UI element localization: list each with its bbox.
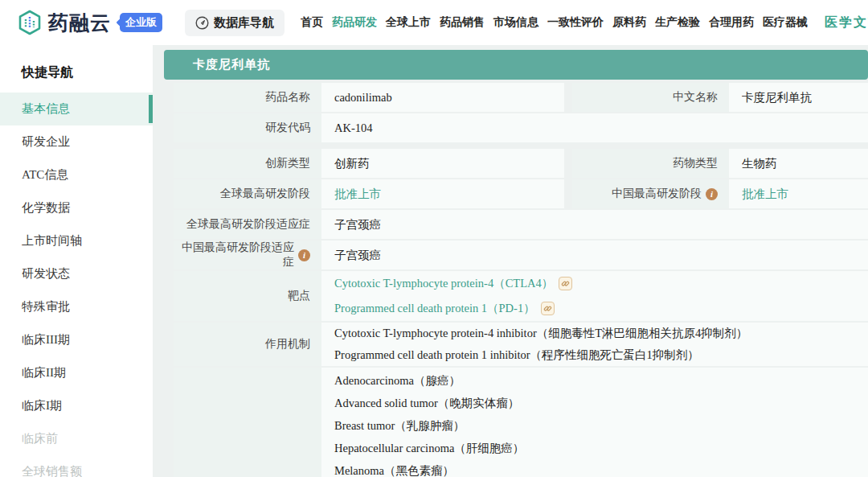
- nav-item-consistency-eval[interactable]: 一致性评价: [547, 15, 604, 30]
- sidebar-title: 快捷导航: [0, 55, 153, 93]
- external-link-icon[interactable]: [559, 277, 572, 290]
- nav-item-production-inspection[interactable]: 生产检验: [655, 15, 700, 30]
- sidebar-item-clinical-phase1[interactable]: 临床I期: [0, 389, 153, 422]
- indication-line: Melanoma（黑色素瘤）: [334, 459, 868, 477]
- field-label: 作用机制: [174, 323, 321, 366]
- nav-item-medical-devices[interactable]: 医疗器械: [763, 15, 808, 30]
- nav-item-api[interactable]: 原料药: [612, 15, 646, 30]
- indication-line: Advanced solid tumor（晚期实体瘤）: [334, 392, 868, 414]
- innovation-type-value: 创新药: [321, 149, 564, 178]
- table-row: 药品名称 cadonilimab 中文名称 卡度尼利单抗: [174, 83, 868, 112]
- column-gap: [564, 83, 572, 112]
- main-content: 卡度尼利单抗 药品名称 cadonilimab 中文名称 卡度尼利单抗 研发代码…: [153, 45, 868, 477]
- nav-item-drug-rd[interactable]: 药品研发: [332, 15, 377, 30]
- rd-code-value: AK-104: [321, 113, 868, 142]
- drug-type-value: 生物药: [729, 149, 868, 178]
- indication-line: Breast tumor（乳腺肿瘤）: [334, 414, 868, 437]
- sidebar-item-clinical-phase3[interactable]: 临床III期: [0, 323, 153, 356]
- column-gap: [564, 149, 572, 178]
- mechanism-line: Cytotoxic T-lymphocyte protein-4 inhibit…: [334, 323, 868, 344]
- brand-logo[interactable]: 药融云 企业版: [18, 10, 162, 36]
- indication-line: Hepatocellular carcinoma（肝细胞癌）: [334, 437, 868, 459]
- sidebar-item-launch-timeline[interactable]: 上市时间轴: [0, 224, 153, 257]
- china-indication-value: 子宫颈癌: [321, 241, 868, 269]
- field-label: 中文名称: [572, 83, 729, 112]
- sidebar-item-global-sales[interactable]: 全球销售额: [0, 455, 153, 477]
- sidebar-item-rd-status[interactable]: 研发状态: [0, 257, 153, 290]
- table-row: 创新类型 创新药 药物类型 生物药: [174, 149, 868, 178]
- info-icon[interactable]: i: [298, 249, 310, 261]
- field-label: 全球最高研发阶段: [174, 179, 321, 208]
- target-link-ctla4[interactable]: Cytotoxic T-lymphocyte protein-4（CTLA4）: [334, 276, 553, 291]
- field-label: 中国最高研发阶段 i: [572, 179, 729, 208]
- compass-icon: [195, 16, 209, 30]
- nav-item-rational-use[interactable]: 合理用药: [709, 15, 754, 30]
- column-gap: [564, 179, 572, 208]
- field-label: 创新类型: [174, 149, 321, 178]
- mechanism-value: Cytotoxic T-lymphocyte protein-4 inhibit…: [321, 323, 868, 366]
- table-row: Adenocarcinoma（腺癌） Advanced solid tumor（…: [174, 368, 868, 477]
- nav-item-global-launch[interactable]: 全球上市: [386, 15, 431, 30]
- field-label-text: 中国最高研发阶段: [612, 187, 702, 201]
- field-label: 中国最高研发阶段适应症 i: [174, 241, 321, 269]
- page-body: 快捷导航 基本信息 研发企业 ATC信息 化学数据 上市时间轴 研发状态 特殊审…: [0, 45, 868, 477]
- brand-name: 药融云: [48, 10, 111, 36]
- quick-nav-sidebar: 快捷导航 基本信息 研发企业 ATC信息 化学数据 上市时间轴 研发状态 特殊审…: [0, 45, 153, 477]
- hexagon-chart-logo-icon: [18, 10, 42, 35]
- table-row: 靶点 Cytotoxic T-lymphocyte protein-4（CTLA…: [174, 271, 868, 321]
- indications-value: Adenocarcinoma（腺癌） Advanced solid tumor（…: [321, 368, 868, 477]
- nav-item-drug-sales[interactable]: 药品销售: [440, 15, 485, 30]
- global-indication-value: 子宫颈癌: [321, 210, 868, 239]
- table-row: 全球最高研发阶段适应症 子宫颈癌: [174, 210, 868, 239]
- field-label: 靶点: [174, 271, 321, 321]
- china-stage-link[interactable]: 批准上市: [742, 187, 788, 202]
- main-nav: 首页 药品研发 全球上市 药品销售 市场信息 一致性评价 原料药 生产检验 合理…: [301, 14, 868, 31]
- field-label: 药物类型: [572, 149, 729, 178]
- medical-literature-search-link[interactable]: 医学文献检索: [825, 14, 868, 31]
- global-stage-link[interactable]: 批准上市: [334, 187, 381, 202]
- drug-name-value: cadonilimab: [321, 83, 564, 112]
- targets-value: Cytotoxic T-lymphocyte protein-4（CTLA4） …: [321, 271, 868, 321]
- database-nav-button[interactable]: 数据库导航: [185, 10, 285, 36]
- database-nav-label: 数据库导航: [214, 15, 274, 31]
- field-label-text: 中国最高研发阶段适应症: [174, 241, 294, 269]
- indication-line: Adenocarcinoma（腺癌）: [334, 369, 868, 392]
- nav-item-home[interactable]: 首页: [301, 15, 323, 30]
- external-link-icon[interactable]: [541, 302, 555, 315]
- topbar: 药融云 企业版 数据库导航 首页 药品研发 全球上市 药品销售 市场信息 一致性…: [0, 0, 868, 45]
- sidebar-item-special-approval[interactable]: 特殊审批: [0, 290, 153, 323]
- field-label: [174, 368, 321, 477]
- nav-item-market-info[interactable]: 市场信息: [493, 15, 538, 30]
- info-icon[interactable]: i: [706, 188, 718, 200]
- sidebar-item-chemical-data[interactable]: 化学数据: [0, 191, 153, 224]
- table-row: 全球最高研发阶段 批准上市 中国最高研发阶段 i 批准上市: [174, 179, 868, 208]
- target-link-pd1[interactable]: Programmed cell death protein 1（PD-1）: [334, 301, 535, 316]
- sidebar-item-basic-info[interactable]: 基本信息: [0, 93, 153, 125]
- sidebar-item-clinical-phase2[interactable]: 临床II期: [0, 356, 153, 389]
- table-row: 中国最高研发阶段适应症 i 子宫颈癌: [174, 241, 868, 269]
- mechanism-line: Programmed cell death protein 1 inhibito…: [334, 344, 868, 366]
- sidebar-item-preclinical[interactable]: 临床前: [0, 422, 153, 455]
- field-label: 全球最高研发阶段适应症: [174, 210, 321, 239]
- field-label: 药品名称: [174, 83, 321, 112]
- sidebar-item-rd-companies[interactable]: 研发企业: [0, 125, 153, 158]
- basic-info-table: 药品名称 cadonilimab 中文名称 卡度尼利单抗 研发代码 AK-104…: [174, 83, 868, 477]
- drug-title-bar: 卡度尼利单抗: [164, 50, 868, 80]
- table-row: 作用机制 Cytotoxic T-lymphocyte protein-4 in…: [174, 323, 868, 366]
- field-label: 研发代码: [174, 113, 321, 142]
- sidebar-item-atc-info[interactable]: ATC信息: [0, 158, 153, 191]
- cn-name-value: 卡度尼利单抗: [729, 83, 868, 112]
- table-row: 研发代码 AK-104: [174, 113, 868, 142]
- enterprise-edition-badge: 企业版: [120, 13, 162, 32]
